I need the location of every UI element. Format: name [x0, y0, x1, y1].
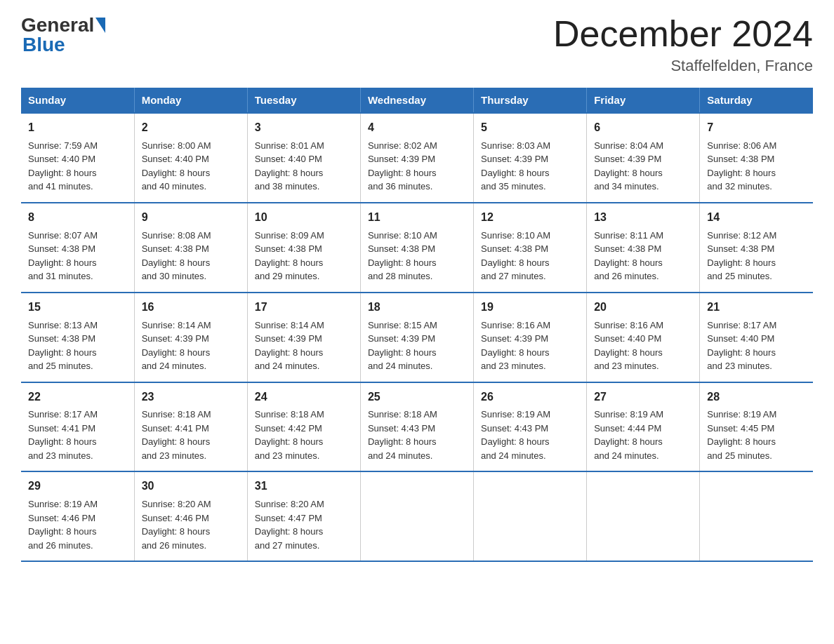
day-info: Sunrise: 8:09 AMSunset: 4:38 PMDaylight:…: [255, 229, 353, 283]
calendar-cell-2-5: 12Sunrise: 8:10 AMSunset: 4:38 PMDayligh…: [474, 203, 587, 293]
day-number: 8: [28, 209, 127, 227]
logo: General Blue: [21, 14, 107, 56]
calendar-cell-2-1: 8Sunrise: 8:07 AMSunset: 4:38 PMDaylight…: [21, 203, 134, 293]
day-number: 29: [28, 478, 127, 495]
day-number: 6: [594, 119, 692, 137]
day-info: Sunrise: 8:13 AMSunset: 4:38 PMDaylight:…: [28, 318, 127, 373]
day-number: 13: [594, 209, 692, 227]
day-info: Sunrise: 8:19 AMSunset: 4:45 PMDaylight:…: [707, 408, 806, 462]
calendar-cell-2-7: 14Sunrise: 8:12 AMSunset: 4:38 PMDayligh…: [700, 203, 813, 293]
day-info: Sunrise: 8:08 AMSunset: 4:38 PMDaylight:…: [142, 229, 240, 283]
calendar-cell-2-3: 10Sunrise: 8:09 AMSunset: 4:38 PMDayligh…: [247, 203, 360, 293]
calendar-cell-4-6: 27Sunrise: 8:19 AMSunset: 4:44 PMDayligh…: [587, 382, 700, 472]
calendar-cell-5-1: 29Sunrise: 8:19 AMSunset: 4:46 PMDayligh…: [21, 471, 134, 561]
day-info: Sunrise: 8:02 AMSunset: 4:39 PMDaylight:…: [368, 139, 466, 194]
calendar-cell-1-6: 6Sunrise: 8:04 AMSunset: 4:39 PMDaylight…: [587, 113, 700, 203]
day-number: 12: [481, 209, 579, 227]
calendar-cell-1-4: 4Sunrise: 8:02 AMSunset: 4:39 PMDaylight…: [360, 113, 473, 203]
day-number: 21: [707, 299, 806, 316]
day-info: Sunrise: 8:11 AMSunset: 4:38 PMDaylight:…: [594, 229, 692, 283]
day-info: Sunrise: 8:14 AMSunset: 4:39 PMDaylight:…: [255, 318, 353, 373]
day-number: 30: [142, 478, 240, 495]
calendar-week-5: 29Sunrise: 8:19 AMSunset: 4:46 PMDayligh…: [21, 471, 813, 561]
day-number: 9: [142, 209, 240, 227]
day-info: Sunrise: 8:12 AMSunset: 4:38 PMDaylight:…: [707, 229, 806, 283]
calendar-cell-3-6: 20Sunrise: 8:16 AMSunset: 4:40 PMDayligh…: [587, 293, 700, 382]
calendar-cell-4-5: 26Sunrise: 8:19 AMSunset: 4:43 PMDayligh…: [474, 382, 587, 472]
day-number: 1: [28, 119, 127, 137]
day-info: Sunrise: 8:10 AMSunset: 4:38 PMDaylight:…: [481, 229, 579, 283]
calendar-cell-2-4: 11Sunrise: 8:10 AMSunset: 4:38 PMDayligh…: [360, 203, 473, 293]
calendar-cell-5-7: [700, 471, 813, 561]
calendar-cell-3-1: 15Sunrise: 8:13 AMSunset: 4:38 PMDayligh…: [21, 293, 134, 382]
day-info: Sunrise: 8:00 AMSunset: 4:40 PMDaylight:…: [142, 139, 240, 194]
logo-blue-text: Blue: [22, 34, 65, 55]
calendar-week-3: 15Sunrise: 8:13 AMSunset: 4:38 PMDayligh…: [21, 293, 813, 382]
calendar-cell-1-2: 2Sunrise: 8:00 AMSunset: 4:40 PMDaylight…: [134, 113, 247, 203]
day-number: 7: [707, 119, 806, 137]
day-number: 18: [368, 299, 466, 316]
header-day-tuesday: Tuesday: [247, 88, 360, 113]
day-info: Sunrise: 8:19 AMSunset: 4:44 PMDaylight:…: [594, 408, 692, 462]
day-number: 22: [28, 389, 127, 406]
title-block: December 2024 Staffelfelden, France: [553, 14, 813, 75]
logo-triangle-icon: [95, 18, 105, 33]
day-info: Sunrise: 8:20 AMSunset: 4:46 PMDaylight:…: [142, 497, 240, 552]
header-day-thursday: Thursday: [474, 88, 587, 113]
month-year-title: December 2024: [553, 14, 813, 54]
day-number: 5: [481, 119, 579, 137]
day-number: 3: [255, 119, 353, 137]
day-number: 20: [594, 299, 692, 316]
calendar-cell-5-2: 30Sunrise: 8:20 AMSunset: 4:46 PMDayligh…: [134, 471, 247, 561]
header-day-wednesday: Wednesday: [360, 88, 473, 113]
calendar-cell-3-3: 17Sunrise: 8:14 AMSunset: 4:39 PMDayligh…: [247, 293, 360, 382]
day-info: Sunrise: 8:07 AMSunset: 4:38 PMDaylight:…: [28, 229, 127, 283]
calendar-cell-1-5: 5Sunrise: 8:03 AMSunset: 4:39 PMDaylight…: [474, 113, 587, 203]
day-info: Sunrise: 8:01 AMSunset: 4:40 PMDaylight:…: [255, 139, 353, 194]
day-number: 2: [142, 119, 240, 137]
day-number: 19: [481, 299, 579, 316]
day-number: 15: [28, 299, 127, 316]
calendar-week-1: 1Sunrise: 7:59 AMSunset: 4:40 PMDaylight…: [21, 113, 813, 203]
calendar-cell-3-7: 21Sunrise: 8:17 AMSunset: 4:40 PMDayligh…: [700, 293, 813, 382]
header-day-monday: Monday: [134, 88, 247, 113]
page-header: General Blue December 2024 Staffelfelden…: [21, 14, 813, 75]
day-number: 28: [707, 389, 806, 406]
header-day-saturday: Saturday: [700, 88, 813, 113]
header-day-sunday: Sunday: [21, 88, 134, 113]
day-info: Sunrise: 8:16 AMSunset: 4:40 PMDaylight:…: [594, 318, 692, 373]
day-info: Sunrise: 8:14 AMSunset: 4:39 PMDaylight:…: [142, 318, 240, 373]
calendar-cell-5-6: [587, 471, 700, 561]
day-number: 31: [255, 478, 353, 495]
calendar-cell-2-6: 13Sunrise: 8:11 AMSunset: 4:38 PMDayligh…: [587, 203, 700, 293]
header-day-friday: Friday: [587, 88, 700, 113]
day-info: Sunrise: 8:15 AMSunset: 4:39 PMDaylight:…: [368, 318, 466, 373]
day-number: 27: [594, 389, 692, 406]
day-info: Sunrise: 8:04 AMSunset: 4:39 PMDaylight:…: [594, 139, 692, 194]
day-info: Sunrise: 8:18 AMSunset: 4:41 PMDaylight:…: [142, 408, 240, 462]
day-number: 25: [368, 389, 466, 406]
calendar-week-4: 22Sunrise: 8:17 AMSunset: 4:41 PMDayligh…: [21, 382, 813, 472]
calendar-cell-3-2: 16Sunrise: 8:14 AMSunset: 4:39 PMDayligh…: [134, 293, 247, 382]
day-number: 17: [255, 299, 353, 316]
day-info: Sunrise: 8:18 AMSunset: 4:42 PMDaylight:…: [255, 408, 353, 462]
day-info: Sunrise: 7:59 AMSunset: 4:40 PMDaylight:…: [28, 139, 127, 194]
calendar-cell-1-3: 3Sunrise: 8:01 AMSunset: 4:40 PMDaylight…: [247, 113, 360, 203]
day-number: 11: [368, 209, 466, 227]
day-number: 14: [707, 209, 806, 227]
calendar-cell-2-2: 9Sunrise: 8:08 AMSunset: 4:38 PMDaylight…: [134, 203, 247, 293]
calendar-week-2: 8Sunrise: 8:07 AMSunset: 4:38 PMDaylight…: [21, 203, 813, 293]
calendar-cell-1-7: 7Sunrise: 8:06 AMSunset: 4:38 PMDaylight…: [700, 113, 813, 203]
calendar-table: SundayMondayTuesdayWednesdayThursdayFrid…: [21, 88, 813, 562]
calendar-cell-4-1: 22Sunrise: 8:17 AMSunset: 4:41 PMDayligh…: [21, 382, 134, 472]
calendar-cell-4-7: 28Sunrise: 8:19 AMSunset: 4:45 PMDayligh…: [700, 382, 813, 472]
header-row: SundayMondayTuesdayWednesdayThursdayFrid…: [21, 88, 813, 113]
calendar-cell-5-3: 31Sunrise: 8:20 AMSunset: 4:47 PMDayligh…: [247, 471, 360, 561]
calendar-header: SundayMondayTuesdayWednesdayThursdayFrid…: [21, 88, 813, 113]
day-number: 10: [255, 209, 353, 227]
calendar-cell-4-4: 25Sunrise: 8:18 AMSunset: 4:43 PMDayligh…: [360, 382, 473, 472]
day-info: Sunrise: 8:10 AMSunset: 4:38 PMDaylight:…: [368, 229, 466, 283]
day-info: Sunrise: 8:17 AMSunset: 4:40 PMDaylight:…: [707, 318, 806, 373]
day-info: Sunrise: 8:19 AMSunset: 4:43 PMDaylight:…: [481, 408, 579, 462]
day-info: Sunrise: 8:06 AMSunset: 4:38 PMDaylight:…: [707, 139, 806, 194]
